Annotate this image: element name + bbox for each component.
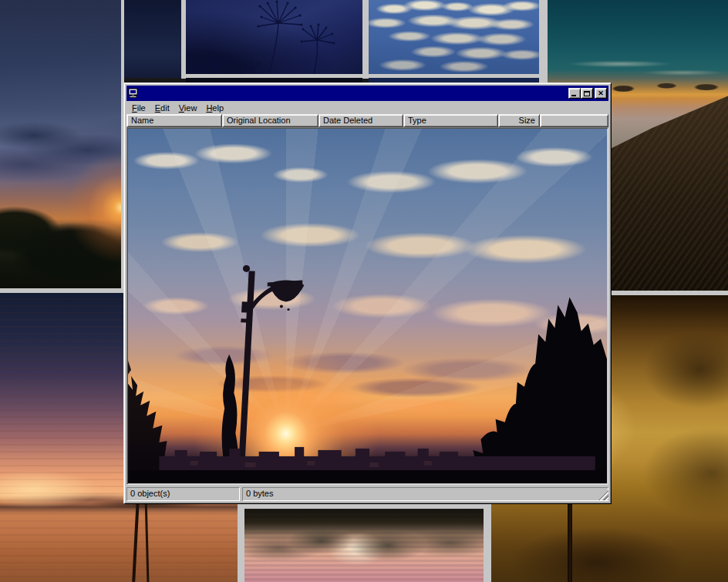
wallpaper-photo-pink-water-reflection: [244, 509, 484, 582]
column-header-blank[interactable]: [540, 114, 608, 127]
column-header-row: NameOriginal LocationDate DeletedTypeSiz…: [126, 114, 608, 127]
minimize-icon: [571, 95, 576, 96]
wallpaper-photo-dark-sky-sliver: [124, 0, 181, 78]
wallpaper-border: [539, 0, 548, 82]
status-object-count: 0 object(s): [126, 487, 240, 501]
maximize-icon: [584, 91, 590, 96]
column-header-date-deleted[interactable]: Date Deleted: [318, 114, 403, 127]
recycle-bin-window: ✕ FileEditViewHelp NameOriginal Location…: [123, 82, 612, 504]
close-icon: ✕: [598, 90, 604, 97]
menu-bar: FileEditViewHelp: [126, 101, 608, 114]
minimize-button[interactable]: [568, 88, 581, 99]
column-header-type[interactable]: Type: [403, 114, 498, 127]
status-bar: 0 object(s) 0 bytes: [126, 487, 608, 501]
wallpaper-border: [238, 497, 244, 582]
wallpaper-photo-seed-heads-against-night-blue-sky: [186, 0, 362, 74]
wallpaper-border: [484, 497, 491, 582]
status-byte-count: 0 bytes: [242, 487, 608, 501]
seed-head-silhouettes: [186, 0, 362, 74]
column-header-original-location[interactable]: Original Location: [222, 114, 318, 127]
menu-edit[interactable]: Edit: [150, 103, 174, 113]
menu-file[interactable]: File: [127, 103, 150, 113]
computer-icon: [128, 88, 139, 99]
wallpaper-photo-white-clouds-blue-sky: [369, 0, 539, 74]
menu-view[interactable]: View: [174, 103, 202, 113]
title-bar[interactable]: ✕: [126, 86, 608, 101]
wallpaper-photo-sunset-with-sun-rays: [0, 0, 121, 288]
wallpaper-border: [362, 0, 369, 79]
column-header-name[interactable]: Name: [126, 114, 222, 127]
close-button[interactable]: ✕: [595, 88, 607, 99]
listview-background-photo: [128, 129, 607, 483]
maximize-button[interactable]: [581, 88, 593, 99]
sunset-silhouettes: [128, 129, 607, 483]
menu-help[interactable]: Help: [201, 103, 228, 113]
desktop: { "window": { "title": "", "icon": "comp…: [0, 0, 728, 582]
column-header-size[interactable]: Size: [498, 114, 540, 127]
file-list-area[interactable]: [126, 127, 608, 485]
